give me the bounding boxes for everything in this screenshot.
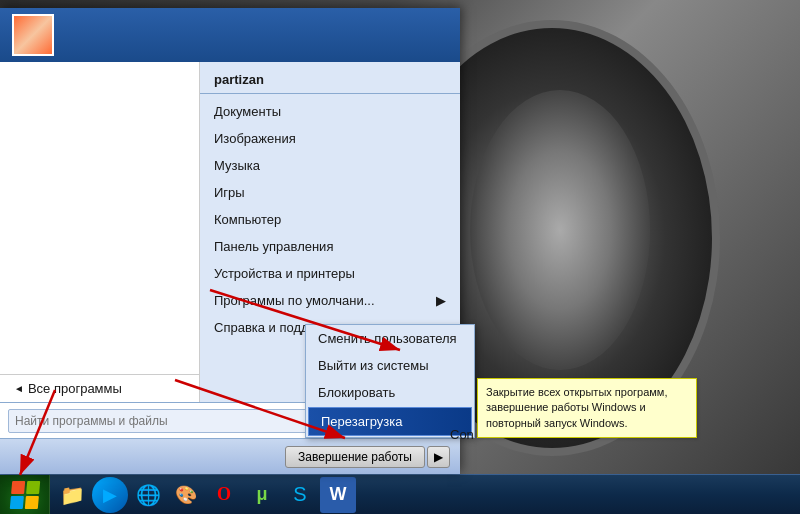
desktop: ◄ Все программы partizan Документы Изобр… xyxy=(0,0,800,514)
start-button[interactable] xyxy=(0,475,50,515)
submenu-switch-user[interactable]: Сменить пользователя xyxy=(306,325,474,352)
menu-item-images[interactable]: Изображения xyxy=(200,125,460,152)
submenu-restart[interactable]: Перезагрузка xyxy=(308,407,472,436)
utorrent-icon[interactable]: μ xyxy=(244,477,280,513)
tooltip-box: Закрытие всех открытых программ, заверше… xyxy=(477,378,697,438)
start-menu-header xyxy=(0,8,460,62)
start-menu-bottom: Завершение работы ▶ xyxy=(0,438,460,474)
shutdown-button[interactable]: Завершение работы xyxy=(285,446,425,468)
user-avatar xyxy=(12,14,54,56)
opera-icon[interactable]: O xyxy=(206,477,242,513)
menu-item-computer[interactable]: Компьютер xyxy=(200,206,460,233)
skype-icon[interactable]: S xyxy=(282,477,318,513)
taskbar-icons: 📁 ▶ 🌐 🎨 O μ S W xyxy=(50,475,360,515)
menu-item-control-panel[interactable]: Панель управления xyxy=(200,233,460,260)
menu-item-user[interactable]: partizan xyxy=(200,66,460,94)
menu-item-documents[interactable]: Документы xyxy=(200,98,460,125)
con-label: Con xyxy=(450,427,474,442)
submenu-lock[interactable]: Блокировать xyxy=(306,379,474,406)
submenu-logout[interactable]: Выйти из системы xyxy=(306,352,474,379)
chrome-icon[interactable]: 🌐 xyxy=(130,477,166,513)
all-programs-item[interactable]: ◄ Все программы xyxy=(0,374,199,402)
menu-item-music[interactable]: Музыка xyxy=(200,152,460,179)
paint-icon[interactable]: 🎨 xyxy=(168,477,204,513)
menu-item-devices[interactable]: Устройства и принтеры xyxy=(200,260,460,287)
shutdown-submenu: Сменить пользователя Выйти из системы Бл… xyxy=(305,324,475,438)
taskbar: 📁 ▶ 🌐 🎨 O μ S W xyxy=(0,474,800,514)
media-player-icon[interactable]: ▶ xyxy=(92,477,128,513)
start-menu-left: ◄ Все программы xyxy=(0,62,200,402)
word-icon[interactable]: W xyxy=(320,477,356,513)
menu-item-games[interactable]: Игры xyxy=(200,179,460,206)
windows-logo-icon xyxy=(9,481,39,509)
shutdown-arrow-button[interactable]: ▶ xyxy=(427,446,450,468)
file-explorer-icon[interactable]: 📁 xyxy=(54,477,90,513)
menu-item-default-programs[interactable]: Программы по умолчани... ▶ xyxy=(200,287,460,314)
